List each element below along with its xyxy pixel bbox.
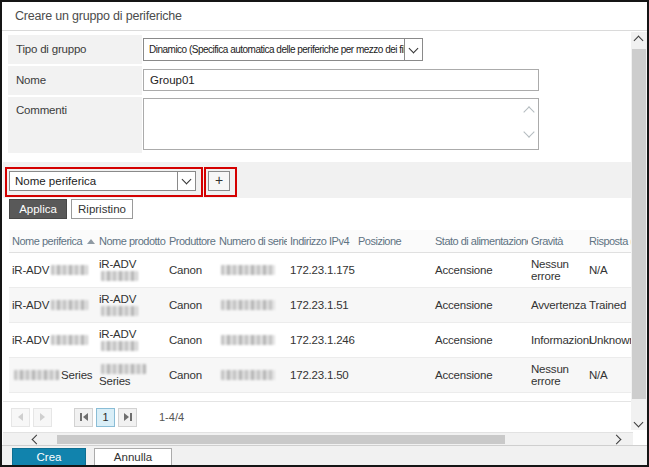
scroll-left-icon[interactable] [32, 435, 42, 445]
redacted-text [221, 265, 275, 275]
table-row[interactable]: iR-ADV iR-ADV Canon 172.23.1.51 Accensio… [9, 288, 633, 323]
horizontal-scrollbar-thumb[interactable] [57, 435, 505, 444]
next-page-button[interactable] [33, 408, 52, 427]
vertical-scrollbar[interactable] [631, 32, 647, 430]
col-position[interactable]: Posizione [355, 230, 432, 253]
comments-label: Commenti [8, 97, 142, 153]
pagination-range: 1-4/4 [159, 411, 184, 423]
col-ipv4-address[interactable]: Indirizzo IPv4 [287, 230, 355, 253]
col-serial-number[interactable]: Numero di serie [216, 230, 287, 253]
filter-select-value: Nome periferica [10, 175, 177, 187]
table-header-row: Nome periferica Nome prodotto Produttore… [9, 230, 633, 253]
reset-button[interactable]: Ripristino [71, 199, 133, 219]
device-table: Nome periferica Nome prodotto Produttore… [9, 230, 633, 393]
pagination-bar: 1 1-4/4 [3, 401, 633, 432]
first-page-button[interactable] [74, 408, 93, 427]
vertical-scrollbar-thumb[interactable] [632, 49, 646, 399]
current-page-indicator[interactable]: 1 [96, 408, 115, 427]
group-type-value: Dinamico (Specifica automatica delle per… [144, 44, 404, 55]
name-input[interactable]: Group01 [143, 69, 539, 91]
redacted-text [221, 300, 275, 310]
redacted-text [101, 341, 138, 351]
create-button[interactable]: Crea [12, 448, 86, 467]
table-row[interactable]: iR-ADV iR-ADV Canon 172.23.1.175 Accensi… [9, 253, 633, 288]
group-type-select[interactable]: Dinamico (Specifica automatica delle per… [143, 38, 423, 61]
col-power-state[interactable]: Stato di alimentazione [432, 230, 528, 253]
apply-button[interactable]: Applica [9, 199, 67, 219]
sort-ascending-icon [87, 239, 95, 244]
horizontal-scrollbar[interactable] [3, 432, 633, 446]
col-severity[interactable]: Gravità [528, 230, 586, 253]
create-device-group-dialog: Creare un gruppo di periferiche Tipo di … [0, 0, 649, 467]
scroll-right-icon[interactable] [612, 435, 622, 445]
dialog-title: Creare un gruppo di periferiche [2, 2, 647, 31]
cancel-button[interactable]: Annulla [94, 448, 172, 467]
add-filter-button[interactable]: + [208, 171, 230, 191]
col-device-name[interactable]: Nome periferica [9, 230, 96, 253]
table-row[interactable]: Series Series Canon 172.23.1.50 Accensio… [9, 358, 633, 393]
redacted-text [221, 370, 275, 380]
comments-textarea[interactable] [143, 98, 539, 150]
redacted-text [51, 300, 88, 310]
scroll-down-icon[interactable] [634, 418, 644, 428]
chevron-down-icon [177, 172, 195, 190]
col-product-name[interactable]: Nome prodotto [96, 230, 166, 253]
filter-select[interactable]: Nome periferica [9, 171, 196, 191]
redacted-text [221, 335, 275, 345]
last-page-button[interactable] [118, 408, 137, 427]
col-response[interactable]: Risposta (Live [586, 230, 633, 253]
name-label: Nome [8, 66, 142, 95]
chevron-down-icon [404, 39, 422, 60]
redacted-text [51, 335, 88, 345]
table-row[interactable]: iR-ADV iR-ADV Canon 172.23.1.246 Accensi… [9, 323, 633, 358]
redacted-text [101, 271, 138, 281]
redacted-text [101, 306, 138, 316]
group-type-label: Tipo di gruppo [8, 35, 142, 64]
redacted-text [51, 265, 88, 275]
redacted-text [101, 364, 146, 374]
previous-page-button[interactable] [11, 408, 30, 427]
scroll-up-icon[interactable] [634, 36, 644, 46]
col-manufacturer[interactable]: Produttore [166, 230, 216, 253]
redacted-text [14, 370, 59, 380]
